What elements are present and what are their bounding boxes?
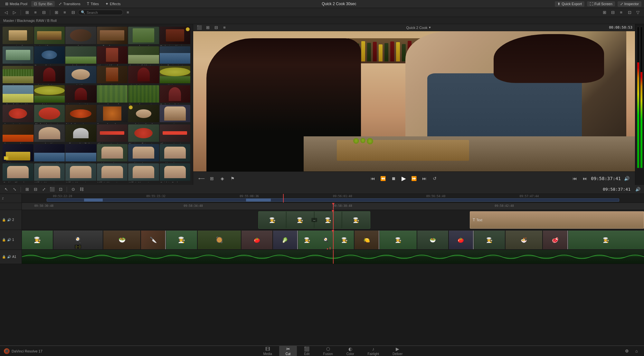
clip-v1-6[interactable]: 🥘 (198, 231, 241, 249)
go-to-in-button[interactable]: ⏮ (570, 174, 579, 183)
timeline-icon-button[interactable]: ⊞ (207, 174, 216, 183)
menu-item-titles[interactable]: T Titles (84, 1, 101, 7)
list-item[interactable]: woman_opening_... (3, 46, 33, 65)
list-item[interactable]: Red_wine_being_p... (160, 85, 191, 104)
list-item[interactable]: cherry_tomatoes_... (3, 105, 33, 124)
timeline-tool-7[interactable]: ⊡ (57, 186, 64, 193)
list-item[interactable]: person_harvestin... (128, 27, 159, 46)
list-item[interactable]: Cooking Show_... (160, 144, 191, 163)
go-to-end-button[interactable]: ⏭ (420, 174, 429, 183)
list-item[interactable]: man_pouring_liqu... (3, 27, 33, 46)
list-item[interactable]: Millie's Moments ... (34, 163, 65, 182)
toolbar-list-view-button[interactable]: ≡ (61, 9, 68, 16)
list-item[interactable]: Slicing_a_tomato_... (97, 124, 128, 143)
list-item[interactable]: Cooking Show (128, 144, 159, 163)
list-item[interactable]: small_red_grape_c... (97, 27, 128, 46)
toolbar-view-option-2[interactable]: ⊟ (609, 9, 616, 16)
toolbar-view-option-5[interactable]: ▽ (634, 9, 641, 16)
clip-v1-14[interactable]: 🍜 (506, 231, 543, 249)
marker-button[interactable]: ◈ (218, 174, 227, 183)
clip-v1-main[interactable]: 👩‍🍳 🍳 👩‍🍳 (298, 231, 354, 249)
list-item[interactable]: Chef_picks_tomat... (34, 105, 65, 124)
menu-item-effects[interactable]: ✦ Effects (103, 1, 123, 7)
list-item[interactable]: Millie's Moments ... (97, 163, 128, 182)
menu-item-transitions[interactable]: ⤢ Transitions (56, 1, 83, 7)
list-item[interactable]: Quick to Cook_... (160, 163, 191, 182)
list-item[interactable]: person_brushing_... (34, 124, 65, 143)
page-fusion[interactable]: ⬡ Fusion (317, 346, 339, 356)
list-item[interactable]: sun_shining_over_... (34, 85, 65, 104)
list-item[interactable]: red_wine_being_p... (34, 66, 65, 85)
list-item[interactable]: ♪ Red_wine_drippin... (160, 27, 191, 46)
timeline-tool-6[interactable]: ⬛ (49, 186, 56, 193)
list-item[interactable]: wine_pouring_into... (65, 85, 96, 104)
list-item[interactable]: Millie's Moments ... (128, 163, 159, 182)
page-color[interactable]: ◐ Color (340, 346, 361, 356)
list-item[interactable]: river_flowing_in_t... (160, 46, 191, 65)
list-item[interactable]: Quick 2 Cook (97, 144, 128, 163)
list-item[interactable]: Millie's Moments ... (65, 163, 96, 182)
loop-button[interactable]: ↺ (430, 174, 439, 183)
track-content-v2[interactable]: 👩‍🍳 👩‍🍳 👩‍🍳 👩‍🍳 ↔ T Text (22, 210, 644, 230)
list-item[interactable]: yellow_fields_in_bl... (3, 85, 33, 104)
viewer-toolbar-btn-3[interactable]: ⊟ (213, 24, 220, 31)
list-item[interactable]: rows_of_grapevin... (3, 66, 33, 85)
list-item[interactable]: fried_cherry_toma... (65, 105, 96, 124)
full-screen-button[interactable]: ⛶ Full Screen (587, 1, 615, 6)
toolbar-view-option-4[interactable]: ⊡ (626, 9, 633, 16)
toolbar-grid-view-button[interactable]: ⊞ (53, 9, 60, 16)
timeline-audio-btn[interactable]: 🔊 (634, 186, 641, 193)
track-content-a1[interactable] (22, 250, 644, 264)
clip-v1-12[interactable]: 🍅 (449, 231, 474, 249)
list-item[interactable]: grapes_cluster_on... (65, 27, 96, 46)
flag-button[interactable]: ⚑ (228, 174, 237, 183)
list-item[interactable]: tractor_riding_ove... (34, 27, 65, 46)
clip-v2-title[interactable]: T Text (470, 211, 644, 229)
timeline-trim-tool[interactable]: ⤡ (11, 186, 18, 193)
jog-left-button[interactable]: ⟵ (197, 174, 206, 183)
page-edit[interactable]: ⬛ Edit (298, 346, 316, 356)
toolbar-more-button[interactable]: ≡ (124, 9, 131, 16)
quick-export-button[interactable]: ⬆ Quick Export (555, 1, 584, 7)
timeline-snap-button[interactable]: ⊙ (70, 186, 77, 193)
clip-v2-cooking[interactable]: 👩‍🍳 👩‍🍳 👩‍🍳 👩‍🍳 ↔ (258, 211, 370, 229)
list-item[interactable]: Cooking Lower Thi... (65, 144, 96, 163)
stop-button[interactable]: ⏹ (389, 174, 398, 183)
list-item[interactable]: Slicing_a_tomato... (160, 124, 191, 143)
toolbar-view-option-3[interactable]: ≡ (618, 9, 625, 16)
clip-v1-4[interactable]: 🔪 (141, 231, 166, 249)
clip-v1-5[interactable]: 👩‍🍳 (166, 231, 197, 249)
page-fairlight[interactable]: ♪ Fairlight (361, 346, 386, 356)
overview-selection-bar[interactable] (47, 198, 619, 202)
timeline-tool-5[interactable]: ⤢ (40, 186, 47, 193)
menu-item-sync-bin[interactable]: ⊡ Sync Bin (31, 1, 55, 7)
list-item[interactable]: drops_in_field_at_... (128, 46, 159, 65)
page-cut[interactable]: ✂ Cut (279, 346, 297, 356)
timeline-tool-3[interactable]: ⊞ (24, 186, 31, 193)
clip-v1-15[interactable]: 🥩 (543, 231, 568, 249)
list-item[interactable]: vineyard_on_a_far... (97, 85, 128, 104)
toolbar-back-button[interactable]: ◁ (3, 9, 10, 16)
list-item[interactable]: skewers_cooking... (3, 124, 33, 143)
clip-v1-16[interactable]: 👩‍🍳 (568, 231, 644, 249)
clip-v1-13[interactable]: 👩‍🍳 (474, 231, 505, 249)
toolbar-detail-view-button[interactable]: ⊟ (70, 9, 77, 16)
home-button[interactable]: ⌂ (633, 348, 640, 354)
page-media[interactable]: 🎞 Media (257, 346, 279, 356)
source-label-button[interactable]: Quick 2 Cook ▾ (404, 25, 433, 30)
step-back-button[interactable]: ⏪ (379, 174, 388, 183)
play-button[interactable]: ▶ (399, 174, 408, 183)
timeline-tool-4[interactable]: ⊟ (32, 186, 39, 193)
list-item[interactable]: sun_shining_over... (160, 66, 191, 85)
toolbar-sort-button[interactable]: ≡ (32, 9, 39, 16)
toolbar-forward-button[interactable]: ▷ (11, 9, 18, 16)
list-item[interactable]: ♪ egg_being_placed... (128, 105, 159, 124)
clip-v1-11[interactable]: 🥗 (417, 231, 449, 249)
clip-v1-10[interactable]: 👩‍🍳 (380, 231, 417, 249)
timeline-select-tool[interactable]: ↖ (3, 186, 10, 193)
clip-v1-7[interactable]: 🍅 (242, 231, 273, 249)
list-item[interactable]: Rows_of_grape_tr... (128, 85, 159, 104)
list-item[interactable]: Cooking Lower Thi... (34, 144, 65, 163)
timeline-link-button[interactable]: ⛓ (78, 186, 85, 193)
list-item[interactable]: coffee_and_milk_b... (65, 124, 96, 143)
